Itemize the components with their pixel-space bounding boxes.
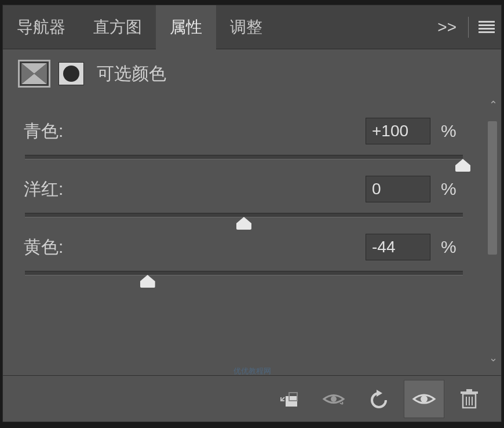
collapse-button[interactable]: >> (429, 5, 465, 49)
clip-to-layer-button[interactable] (268, 380, 309, 418)
reset-button[interactable] (359, 380, 399, 418)
panel-menu-button[interactable] (472, 5, 501, 49)
panel-tabs: 导航器 直方图 属性 调整 >> (3, 5, 501, 49)
tab-properties[interactable]: 属性 (156, 5, 216, 49)
adjustment-type-button[interactable] (18, 60, 50, 88)
slider-handle[interactable] (236, 217, 251, 230)
chevron-right-icon: >> (437, 18, 456, 37)
svg-point-12 (421, 396, 428, 402)
slider-label: 黄色: (24, 235, 355, 259)
svg-point-10 (331, 396, 337, 402)
adjustment-title: 可选颜色 (97, 62, 166, 86)
tab-histogram[interactable]: 直方图 (79, 5, 156, 49)
scroll-down-button[interactable]: ⌄ (485, 351, 501, 365)
cyan-slider-track[interactable] (25, 155, 463, 159)
magenta-value-input[interactable] (366, 176, 430, 202)
scrollbar[interactable]: ⌃ ⌄ (485, 98, 501, 365)
menu-icon (479, 21, 495, 34)
clip-icon (279, 390, 298, 408)
properties-panel: 导航器 直方图 属性 调整 >> (2, 5, 502, 422)
view-previous-button[interactable] (313, 380, 354, 418)
slider-handle[interactable] (455, 159, 470, 172)
mask-icon (63, 66, 79, 82)
cyan-value-input[interactable] (366, 118, 430, 144)
toggle-visibility-button[interactable] (404, 380, 444, 418)
adjustment-header: 可选颜色 (3, 49, 501, 98)
svg-rect-2 (479, 28, 495, 30)
sliders-container: 青色: % 洋红: % (3, 98, 485, 365)
yellow-slider-track[interactable] (25, 271, 463, 275)
scrollbar-thumb[interactable] (488, 121, 497, 255)
magenta-slider-track[interactable] (25, 213, 463, 217)
delete-adjustment-button[interactable] (449, 380, 490, 418)
slider-label: 洋红: (24, 177, 355, 201)
tab-navigator[interactable]: 导航器 (3, 5, 79, 49)
unit-label: % (441, 237, 464, 257)
yellow-value-input[interactable] (366, 234, 430, 260)
trash-icon (461, 389, 478, 409)
tab-adjustments[interactable]: 调整 (216, 5, 276, 49)
layer-mask-button[interactable] (59, 62, 84, 85)
svg-rect-14 (461, 391, 478, 394)
divider (468, 17, 469, 38)
unit-label: % (441, 121, 464, 141)
slider-magenta: 洋红: % (24, 176, 464, 217)
scroll-up-button[interactable]: ⌃ (485, 98, 501, 112)
svg-rect-0 (479, 21, 495, 23)
slider-label: 青色: (24, 119, 355, 143)
chevron-down-icon: ⌄ (489, 351, 498, 364)
unit-label: % (441, 179, 464, 199)
selective-color-icon (21, 63, 47, 84)
panel-footer (3, 375, 501, 422)
svg-rect-1 (479, 24, 495, 26)
chevron-up-icon: ⌃ (489, 99, 498, 111)
svg-rect-15 (466, 389, 472, 391)
slider-handle[interactable] (140, 275, 155, 288)
slider-yellow: 黄色: % (24, 234, 464, 275)
svg-marker-11 (377, 390, 382, 397)
reset-icon (368, 390, 389, 408)
slider-cyan: 青色: % (24, 118, 464, 159)
eye-cycle-icon (322, 390, 346, 408)
eye-icon (412, 391, 436, 407)
svg-rect-3 (479, 31, 495, 33)
